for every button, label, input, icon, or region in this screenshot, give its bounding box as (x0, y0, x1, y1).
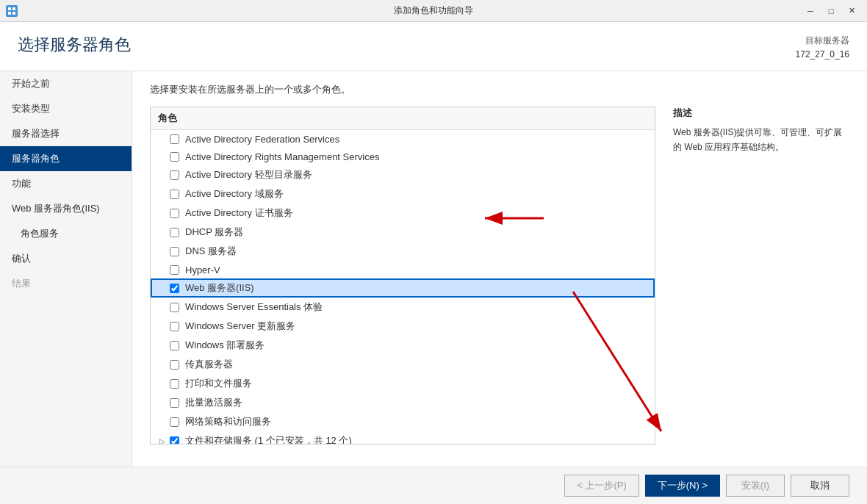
role-label-fax: 传真服务器 (185, 358, 647, 371)
role-item-ad-lds[interactable]: Active Directory 轻型目录服务 (151, 165, 655, 184)
role-label-dhcp: DHCP 服务器 (185, 226, 647, 239)
role-label-wse: Windows Server Essentials 体验 (185, 300, 647, 314)
sidebar-item-confirm[interactable]: 确认 (0, 246, 132, 271)
role-item-ad-cs[interactable]: Active Directory 证书服务 (151, 204, 655, 223)
window-title: 添加角色和功能向导 (394, 4, 473, 17)
role-item-print[interactable]: 打印和文件服务 (151, 374, 655, 393)
role-label-hyper-v: Hyper-V (185, 264, 647, 276)
checkbox-hyper-v[interactable] (170, 265, 179, 275)
sidebar: 开始之前安装类型服务器选择服务器角色功能Web 服务器角色(IIS)角色服务确认… (0, 71, 132, 467)
role-label-ad-lds: Active Directory 轻型目录服务 (185, 168, 647, 181)
svg-rect-1 (12, 7, 15, 10)
checkbox-npas[interactable] (170, 417, 179, 427)
role-item-wsus[interactable]: Windows Server 更新服务 (151, 317, 655, 336)
checkbox-fax[interactable] (170, 360, 179, 370)
role-label-ad-rms: Active Directory Rights Management Servi… (185, 151, 647, 162)
svg-rect-2 (8, 12, 11, 15)
roles-header: 角色 (151, 107, 655, 130)
checkbox-dns[interactable] (170, 247, 179, 256)
content-area: 开始之前安装类型服务器选择服务器角色功能Web 服务器角色(IIS)角色服务确认… (0, 71, 867, 467)
checkbox-volume[interactable] (170, 398, 179, 408)
expand-icon: ▷ (158, 437, 167, 445)
role-item-npas[interactable]: 网络策略和访问服务 (151, 412, 655, 431)
sidebar-item-start[interactable]: 开始之前 (0, 71, 132, 96)
role-item-ad-fs[interactable]: Active Directory Federation Services (151, 130, 655, 148)
role-label-ad-fs: Active Directory Federation Services (185, 134, 647, 145)
main-panel: 选择要安装在所选服务器上的一个或多个角色。 角色 Active Director… (132, 71, 867, 467)
checkbox-deploy[interactable] (170, 341, 179, 350)
role-item-iis[interactable]: Web 服务器(IIS) (151, 278, 655, 298)
roles-list-section: 角色 Active Directory Federation ServicesA… (150, 107, 655, 444)
app-icon (6, 5, 18, 17)
role-label-print: 打印和文件服务 (185, 377, 647, 390)
minimize-button[interactable]: ─ (801, 4, 820, 18)
titlebar-left (6, 5, 18, 17)
maximize-button[interactable]: □ (821, 4, 841, 18)
sidebar-item-server-roles[interactable]: 服务器角色 (0, 146, 132, 171)
role-item-volume[interactable]: 批量激活服务 (151, 393, 655, 412)
sidebar-item-install-type[interactable]: 安装类型 (0, 96, 132, 121)
role-item-deploy[interactable]: Windows 部署服务 (151, 336, 655, 355)
checkbox-file-storage[interactable] (170, 436, 179, 445)
close-button[interactable]: ✕ (842, 4, 861, 18)
role-label-deploy: Windows 部署服务 (185, 339, 647, 352)
sidebar-item-role-services[interactable]: 角色服务 (0, 221, 132, 246)
checkbox-ad-rms[interactable] (170, 152, 179, 162)
role-item-hyper-v[interactable]: Hyper-V (151, 261, 655, 278)
cancel-button[interactable]: 取消 (791, 475, 849, 497)
role-label-dns: DNS 服务器 (185, 245, 647, 258)
page-title: 选择服务器角色 (18, 34, 131, 56)
description-text: Web 服务器(IIS)提供可靠、可管理、可扩展的 Web 应用程序基础结构。 (673, 126, 849, 154)
role-item-ad-rms[interactable]: Active Directory Rights Management Servi… (151, 148, 655, 165)
window-controls: ─ □ ✕ (801, 4, 861, 18)
server-value: 172_27_0_16 (796, 48, 849, 62)
sidebar-item-web-server[interactable]: Web 服务器角色(IIS) (0, 196, 132, 221)
back-button[interactable]: < 上一步(P) (564, 475, 639, 497)
role-label-wsus: Windows Server 更新服务 (185, 320, 647, 333)
role-label-iis: Web 服务器(IIS) (185, 281, 647, 295)
role-item-dns[interactable]: DNS 服务器 (151, 242, 655, 261)
roles-panel: 角色 Active Directory Federation ServicesA… (150, 107, 849, 444)
install-button[interactable]: 安装(I) (726, 475, 785, 497)
server-info: 目标服务器 172_27_0_16 (796, 34, 849, 62)
server-label: 目标服务器 (796, 34, 849, 48)
sidebar-item-result: 结果 (0, 271, 132, 296)
role-label-npas: 网络策略和访问服务 (185, 415, 647, 428)
role-label-ad-ds: Active Directory 域服务 (185, 187, 647, 201)
svg-rect-3 (12, 12, 15, 15)
titlebar: 添加角色和功能向导 ─ □ ✕ (0, 0, 867, 22)
checkbox-ad-ds[interactable] (170, 190, 179, 199)
sidebar-item-features[interactable]: 功能 (0, 171, 132, 196)
role-label-file-storage: 文件和存储服务 (1 个已安装，共 12 个) (185, 434, 647, 444)
header: 选择服务器角色 目标服务器 172_27_0_16 (0, 22, 867, 71)
description-section: 描述 Web 服务器(IIS)提供可靠、可管理、可扩展的 Web 应用程序基础结… (673, 107, 849, 444)
role-item-fax[interactable]: 传真服务器 (151, 355, 655, 374)
instruction-text: 选择要安装在所选服务器上的一个或多个角色。 (150, 83, 849, 96)
checkbox-print[interactable] (170, 379, 179, 389)
description-header: 描述 (673, 107, 849, 120)
main-window: 选择服务器角色 目标服务器 172_27_0_16 开始之前安装类型服务器选择服… (0, 22, 867, 504)
footer: < 上一步(P) 下一步(N) > 安装(I) 取消 (0, 467, 867, 504)
next-button[interactable]: 下一步(N) > (645, 475, 720, 497)
checkbox-wsus[interactable] (170, 322, 179, 331)
checkbox-wse[interactable] (170, 303, 179, 312)
checkbox-iis[interactable] (170, 284, 179, 293)
svg-rect-0 (8, 7, 11, 10)
role-label-volume: 批量激活服务 (185, 396, 647, 409)
checkbox-ad-cs[interactable] (170, 209, 179, 218)
role-item-ad-ds[interactable]: Active Directory 域服务 (151, 184, 655, 204)
role-item-dhcp[interactable]: DHCP 服务器 (151, 223, 655, 242)
sidebar-item-server-select[interactable]: 服务器选择 (0, 121, 132, 146)
checkbox-ad-lds[interactable] (170, 170, 179, 180)
role-item-wse[interactable]: Windows Server Essentials 体验 (151, 298, 655, 317)
checkbox-dhcp[interactable] (170, 228, 179, 237)
checkbox-ad-fs[interactable] (170, 134, 179, 144)
role-label-ad-cs: Active Directory 证书服务 (185, 206, 647, 220)
role-item-file-storage[interactable]: ▷文件和存储服务 (1 个已安装，共 12 个) (151, 431, 655, 444)
